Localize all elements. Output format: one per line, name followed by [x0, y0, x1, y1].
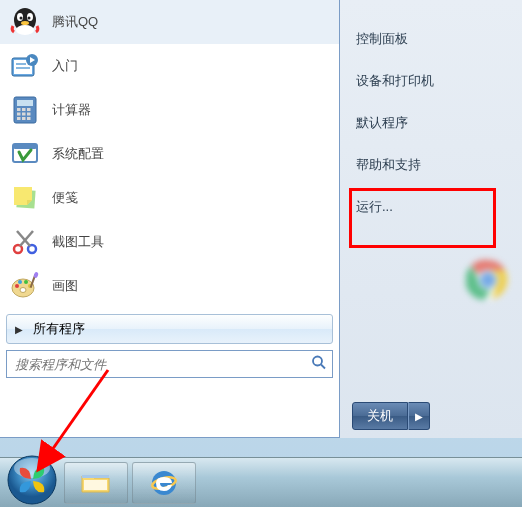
- right-item-devices[interactable]: 设备和打印机: [340, 60, 522, 102]
- svg-point-38: [313, 357, 322, 366]
- qq-icon: [8, 5, 42, 39]
- program-item-msconfig[interactable]: 系统配置: [0, 132, 339, 176]
- getstarted-icon: [8, 49, 42, 83]
- taskbar: [0, 457, 522, 507]
- ie-icon: [148, 467, 180, 499]
- svg-rect-24: [13, 144, 37, 149]
- shutdown-button[interactable]: 关机: [352, 402, 408, 430]
- program-item-paint[interactable]: 画图: [0, 264, 339, 308]
- svg-rect-19: [27, 113, 31, 116]
- program-item-qq[interactable]: 腾讯QQ: [0, 0, 339, 44]
- all-programs-button[interactable]: ▶ 所有程序: [6, 314, 333, 344]
- program-label: 画图: [52, 277, 78, 295]
- svg-point-33: [18, 280, 22, 284]
- taskbar-item-ie[interactable]: [132, 462, 196, 504]
- start-button[interactable]: [4, 452, 60, 508]
- search-container: [6, 350, 333, 378]
- msconfig-icon: [8, 137, 42, 171]
- svg-rect-20: [17, 117, 21, 120]
- svg-point-1: [16, 25, 34, 35]
- svg-point-32: [15, 284, 19, 288]
- program-item-stickynotes[interactable]: 便笺: [0, 176, 339, 220]
- svg-rect-9: [16, 63, 26, 65]
- stickynotes-icon: [8, 181, 42, 215]
- svg-rect-14: [17, 108, 21, 111]
- search-input[interactable]: [6, 350, 333, 378]
- svg-rect-17: [17, 113, 21, 116]
- svg-rect-15: [22, 108, 26, 111]
- svg-point-6: [21, 21, 29, 25]
- right-item-label: 运行...: [356, 199, 393, 214]
- right-item-help[interactable]: 帮助和支持: [340, 144, 522, 186]
- right-item-run[interactable]: 运行...: [340, 186, 522, 228]
- right-item-label: 设备和打印机: [356, 73, 434, 88]
- svg-rect-13: [17, 100, 33, 106]
- snipping-icon: [8, 225, 42, 259]
- program-list: 腾讯QQ 入门: [0, 0, 339, 308]
- arrow-right-icon: ▶: [15, 324, 23, 335]
- svg-point-44: [14, 458, 50, 478]
- shutdown-container: 关机 ▶: [352, 402, 430, 430]
- right-item-label: 默认程序: [356, 115, 408, 130]
- svg-rect-10: [16, 67, 30, 69]
- svg-point-34: [24, 280, 28, 284]
- svg-rect-45: [84, 480, 107, 490]
- svg-point-31: [20, 288, 26, 293]
- svg-rect-16: [27, 108, 31, 111]
- program-label: 便笺: [52, 189, 78, 207]
- right-item-label: 控制面板: [356, 31, 408, 46]
- program-item-getstarted[interactable]: 入门: [0, 44, 339, 88]
- program-label: 腾讯QQ: [52, 13, 98, 31]
- taskbar-item-explorer[interactable]: [64, 462, 128, 504]
- shutdown-options-button[interactable]: ▶: [408, 402, 430, 430]
- svg-rect-46: [82, 475, 109, 478]
- svg-point-5: [28, 17, 31, 20]
- program-label: 入门: [52, 57, 78, 75]
- start-menu-right-panel: 控制面板 设备和打印机 默认程序 帮助和支持 运行... 关机 ▶: [340, 0, 522, 438]
- paint-icon: [8, 269, 42, 303]
- program-label: 系统配置: [52, 145, 104, 163]
- right-item-default-programs[interactable]: 默认程序: [340, 102, 522, 144]
- search-icon: [311, 355, 327, 374]
- folder-icon: [79, 469, 113, 497]
- program-label: 计算器: [52, 101, 91, 119]
- all-programs-label: 所有程序: [33, 320, 85, 338]
- start-menu-left-panel: 腾讯QQ 入门: [0, 0, 340, 438]
- svg-rect-18: [22, 113, 26, 116]
- program-label: 截图工具: [52, 233, 104, 251]
- svg-point-4: [20, 17, 23, 20]
- svg-rect-21: [22, 117, 26, 120]
- right-item-label: 帮助和支持: [356, 157, 421, 172]
- chrome-icon-desktop: [466, 258, 510, 302]
- program-item-calculator[interactable]: 计算器: [0, 88, 339, 132]
- calculator-icon: [8, 93, 42, 127]
- svg-rect-22: [27, 117, 31, 120]
- svg-line-39: [321, 365, 325, 369]
- program-item-snipping[interactable]: 截图工具: [0, 220, 339, 264]
- right-item-control-panel[interactable]: 控制面板: [340, 18, 522, 60]
